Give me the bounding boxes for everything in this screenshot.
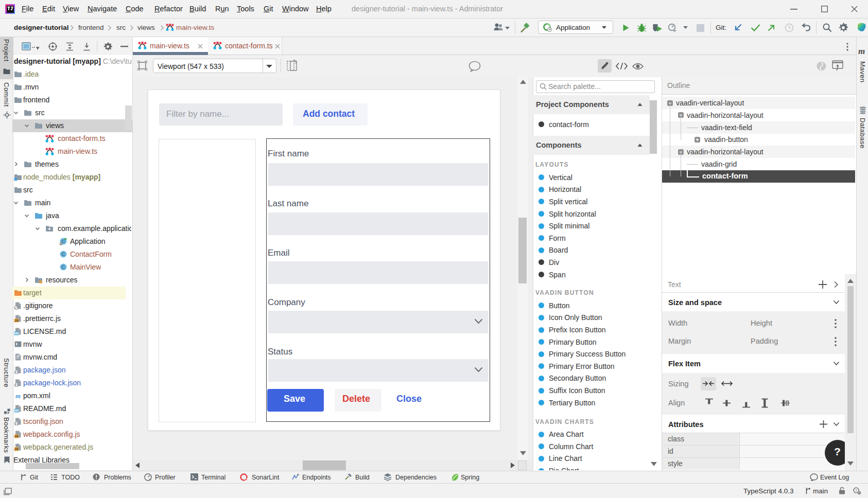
svg-text:{}: {} <box>14 370 19 374</box>
svg-text:C: C <box>62 251 65 257</box>
svg-text:JS: JS <box>14 434 19 438</box>
svg-text:MD: MD <box>14 409 20 412</box>
svg-text:?: ? <box>855 488 858 493</box>
svg-text:JS: JS <box>14 318 19 322</box>
svg-text:{}: {} <box>14 422 19 425</box>
svg-text:MD: MD <box>14 332 20 335</box>
svg-text:m: m <box>15 392 21 400</box>
svg-text:JS: JS <box>14 447 19 451</box>
svg-text:C: C <box>62 264 65 270</box>
svg-text:{}: {} <box>14 383 19 387</box>
